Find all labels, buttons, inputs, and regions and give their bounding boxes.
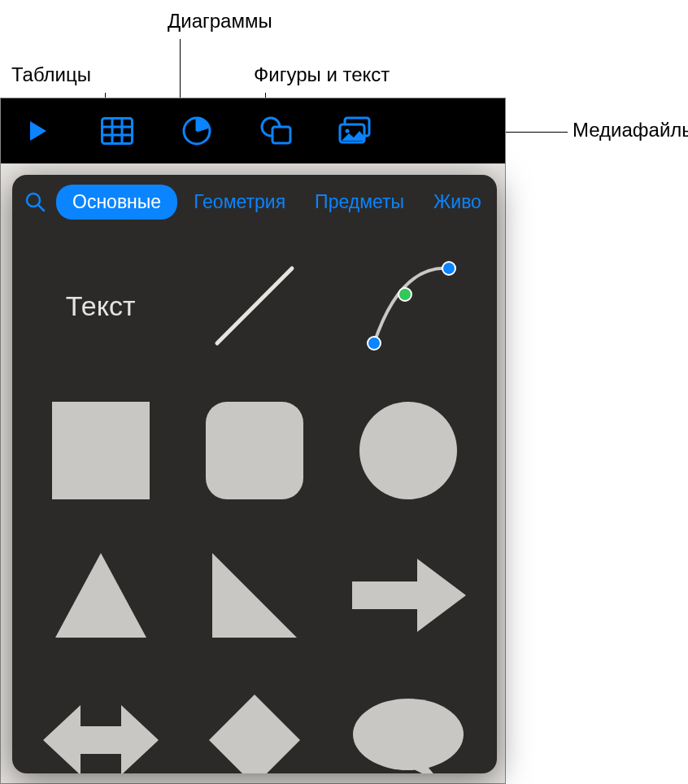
category-animals[interactable]: Живо	[420, 185, 481, 220]
play-button[interactable]	[9, 107, 66, 155]
callout-charts: Диаграммы	[168, 10, 272, 33]
shapes-grid: Текст	[12, 229, 497, 773]
svg-point-19	[353, 699, 464, 770]
search-icon	[24, 191, 46, 212]
device-frame: Основные Геометрия Предметы Живо Текст	[0, 98, 506, 784]
callout-media: Медиафайлы	[573, 119, 688, 142]
svg-point-16	[368, 337, 381, 350]
circle-icon	[359, 402, 457, 499]
table-icon	[101, 117, 133, 145]
shape-diamond[interactable]	[189, 671, 320, 773]
shapes-icon	[260, 116, 293, 146]
curve-pen-icon	[359, 257, 457, 355]
svg-line-14	[38, 205, 44, 211]
shapes-scroll[interactable]: Текст	[12, 229, 497, 773]
right-triangle-icon	[206, 547, 303, 644]
speech-bubble-icon	[347, 695, 469, 773]
square-icon	[52, 402, 150, 499]
shape-right-triangle[interactable]	[189, 526, 320, 664]
shape-arrow-right[interactable]	[343, 526, 474, 664]
shape-text-tool[interactable]: Текст	[35, 237, 166, 375]
svg-rect-0	[102, 119, 133, 144]
media-button[interactable]	[328, 107, 385, 155]
category-basic[interactable]: Основные	[56, 185, 177, 220]
double-arrow-icon	[40, 695, 162, 773]
shape-circle[interactable]	[343, 381, 474, 520]
svg-point-17	[442, 262, 455, 275]
shape-line[interactable]	[189, 237, 320, 375]
rounded-square-icon	[206, 402, 303, 499]
category-row: Основные Геометрия Предметы Живо	[12, 175, 497, 229]
svg-point-12	[346, 129, 350, 133]
shape-square[interactable]	[35, 381, 166, 520]
line-icon	[206, 257, 303, 355]
text-tool-label: Текст	[66, 290, 136, 322]
svg-line-15	[217, 268, 292, 343]
search-button[interactable]	[17, 191, 53, 212]
play-icon	[25, 119, 50, 143]
shape-arrow-lr[interactable]	[35, 671, 166, 773]
svg-rect-9	[272, 127, 290, 143]
shape-curve-pen[interactable]	[343, 237, 474, 375]
media-icon	[338, 116, 374, 146]
diamond-icon	[206, 691, 303, 773]
shape-triangle[interactable]	[35, 526, 166, 664]
svg-point-18	[398, 288, 411, 301]
shape-rounded-square[interactable]	[189, 381, 320, 520]
callout-shapes-text: Фигуры и текст	[254, 63, 390, 86]
shape-speech-bubble[interactable]	[343, 671, 474, 773]
category-geometry[interactable]: Геометрия	[181, 185, 298, 220]
shapes-button[interactable]	[248, 107, 305, 155]
arrow-right-icon	[347, 551, 469, 640]
shapes-popover: Основные Геометрия Предметы Живо Текст	[12, 175, 497, 773]
pie-chart-icon	[182, 116, 211, 146]
callout-tables: Таблицы	[11, 63, 91, 86]
triangle-icon	[52, 547, 150, 644]
charts-button[interactable]	[168, 107, 225, 155]
toolbar	[1, 98, 505, 163]
tables-button[interactable]	[89, 107, 146, 155]
category-objects[interactable]: Предметы	[302, 185, 417, 220]
